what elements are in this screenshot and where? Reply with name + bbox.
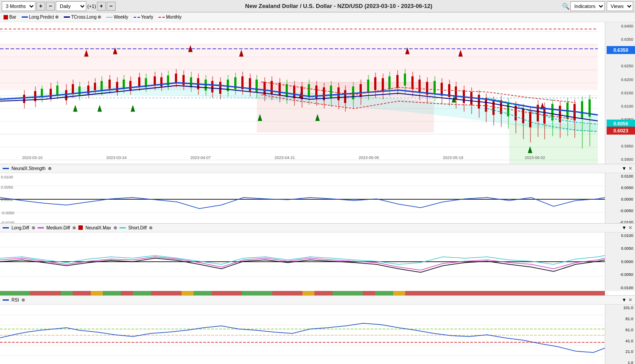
legend-monthly: Monthly: [159, 15, 182, 19]
diff-chart-area: 0.0100 0.0050 0.0000 -0.0050 -0.0100: [0, 232, 635, 296]
period-add-button[interactable]: +: [36, 2, 45, 11]
rsi-svg: [0, 305, 605, 364]
period-select[interactable]: 3 Months 1 Month 6 Months 1 Year: [2, 1, 35, 11]
diff-short-label: Short.Diff: [128, 225, 147, 230]
legend-yearly: Yearly: [134, 15, 153, 19]
diff-short-dot: [149, 226, 152, 229]
neuralx-y-n0100: -0.0100: [607, 220, 633, 224]
price-legend: Bar Long.Predict TCross.Long Weekly Year…: [0, 12, 635, 22]
neuralx-y-n0050: -0.0050: [607, 209, 633, 213]
svg-rect-159: [543, 107, 546, 124]
svg-rect-135: [455, 86, 457, 99]
legend-monthly-label: Monthly: [166, 15, 182, 19]
svg-rect-208: [0, 305, 605, 364]
chart-container: Bar Long.Predict TCross.Long Weekly Year…: [0, 12, 635, 364]
svg-rect-91: [293, 85, 295, 98]
svg-rect-31: [72, 84, 74, 93]
rsi-y-axis: 101.0 81.0 61.0 41.0 21.0 1.0: [605, 305, 635, 364]
neuralx-panel: NeuralX.Strength ▼ ✕ 0.0100 0.0050 0.000…: [0, 164, 635, 224]
rsi-close-button[interactable]: ✕: [628, 297, 632, 303]
y-label-6350: 0.6350: [607, 37, 633, 42]
svg-rect-115: [382, 78, 384, 91]
diff-dropdown-button[interactable]: ▼: [622, 225, 627, 231]
svg-rect-119: [396, 75, 399, 88]
price-box-6023: 0.6023: [607, 127, 635, 135]
rsi-dropdown-button[interactable]: ▼: [622, 297, 627, 303]
svg-rect-19: [23, 95, 25, 103]
neuralx-y-0000: 0.0000: [607, 197, 633, 201]
neuralx-dot: [48, 167, 51, 170]
svg-text:2023-06-02: 2023-06-02: [525, 155, 545, 160]
svg-text:-0.0100: -0.0100: [1, 221, 15, 224]
diff-close-button[interactable]: ✕: [628, 225, 632, 231]
shift-remove-button[interactable]: −: [107, 2, 116, 11]
svg-text:2023-03-24: 2023-03-24: [106, 155, 127, 160]
svg-text:0.0100: 0.0100: [1, 175, 13, 179]
svg-rect-71: [219, 82, 221, 94]
svg-rect-111: [367, 80, 369, 93]
diff-neuralx-dot: [114, 226, 117, 229]
diff-short-icon: [120, 227, 126, 228]
rsi-title: RSI: [12, 298, 19, 302]
rsi-chart-area: 101.0 81.0 61.0 41.0 21.0 1.0: [0, 305, 635, 364]
svg-rect-29: [65, 90, 67, 101]
neuralx-header-left: NeuralX.Strength: [3, 166, 51, 171]
toolbar: 3 Months 1 Month 6 Months 1 Year + − Dai…: [0, 0, 635, 12]
legend-weekly: Weekly: [106, 15, 128, 19]
diff-y-0000: 0.0000: [607, 259, 633, 264]
diff-svg: [0, 232, 605, 291]
rsi-panel: RSI ▼ ✕: [0, 296, 635, 364]
legend-weekly-label: Weekly: [114, 15, 128, 19]
rsi-y-1: 1.0: [607, 360, 633, 364]
price-chart-area[interactable]: 2023-03-10 2023-03-24 2023-04-07 2023-04…: [0, 22, 635, 164]
svg-rect-23: [41, 89, 43, 97]
diff-medium-label: Medium.Diff: [46, 225, 70, 230]
svg-rect-49: [138, 77, 140, 86]
y-label-5950: 0.5950: [607, 144, 633, 148]
svg-rect-89: [286, 84, 288, 97]
svg-rect-131: [441, 83, 443, 96]
indicators-select[interactable]: Indicators: [570, 1, 605, 11]
neuralx-line-icon: [3, 168, 9, 169]
neuralx-chart-area: 0.0100 0.0050 0.0000 -0.0050 -0.0100 0.0…: [0, 173, 635, 224]
svg-rect-125: [418, 80, 421, 93]
interval-group: Daily Weekly Monthly: [56, 1, 86, 11]
svg-rect-81: [256, 80, 258, 93]
interval-select[interactable]: Daily Weekly Monthly: [56, 1, 86, 11]
svg-rect-69: [211, 81, 213, 93]
monthly-icon: [159, 17, 165, 18]
tcross-long-dot: [98, 15, 101, 19]
svg-text:2023-03-10: 2023-03-10: [22, 155, 43, 160]
svg-text:2023-04-07: 2023-04-07: [190, 155, 211, 160]
shift-add-button[interactable]: +: [97, 2, 106, 11]
neuralx-controls: ▼ ✕: [622, 166, 632, 171]
neuralx-dropdown-button[interactable]: ▼: [622, 166, 627, 171]
neuralx-y-0050: 0.0050: [607, 186, 633, 190]
diff-header: Long.Diff Medium.Diff NeuralX.Max Short.…: [0, 224, 635, 232]
diff-y-0100: 0.0100: [607, 233, 633, 238]
neuralx-y-0100: 0.0100: [607, 174, 633, 178]
rsi-dot: [22, 298, 25, 302]
svg-rect-169: [581, 101, 583, 118]
weekly-icon: [106, 17, 112, 18]
legend-bar-label: Bar: [9, 15, 16, 19]
search-button[interactable]: 🔍: [562, 3, 569, 10]
price-value-6350: 0.6350: [613, 47, 628, 53]
period-remove-button[interactable]: −: [46, 2, 55, 11]
long-predict-icon: [22, 16, 28, 18]
shift-group: (+1) + −: [87, 2, 116, 11]
svg-text:-0.0050: -0.0050: [1, 211, 15, 215]
diff-y-n0050: -0.0050: [607, 272, 633, 277]
price-chart-wrapper: Bar Long.Predict TCross.Long Weekly Year…: [0, 12, 635, 164]
legend-long-predict: Long.Predict: [22, 15, 58, 19]
svg-rect-121: [404, 74, 406, 85]
views-select[interactable]: Views: [607, 1, 633, 11]
svg-rect-117: [388, 76, 391, 89]
y-label-6400: 0.6400: [607, 24, 633, 28]
svg-rect-105: [344, 90, 346, 103]
neuralx-title: NeuralX.Strength: [12, 166, 46, 171]
diff-medium-icon: [38, 227, 44, 228]
neuralx-close-button[interactable]: ✕: [628, 166, 632, 171]
diff-long-dot: [32, 226, 35, 229]
diff-long-label: Long.Diff: [12, 225, 29, 230]
